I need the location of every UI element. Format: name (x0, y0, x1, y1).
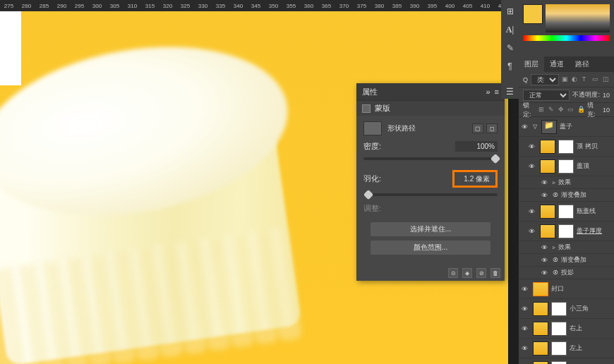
chevron-icon: ▹ (553, 244, 555, 250)
layer-item[interactable]: 👁盖子厚度 (519, 222, 614, 241)
layer-name[interactable]: 左上 (570, 344, 582, 353)
visibility-icon[interactable]: 👁 (541, 244, 550, 251)
visibility-icon[interactable]: 👁 (541, 179, 550, 186)
expand-icon[interactable]: ▽ (533, 123, 538, 130)
lock-nest-icon[interactable]: ▭ (567, 106, 575, 114)
delete-mask-icon[interactable]: 🗑 (490, 268, 500, 278)
tab-paths[interactable]: 路径 (570, 56, 595, 72)
layer-name[interactable]: 小三角 (570, 304, 589, 313)
effect-item[interactable]: 👁⦿投影 (519, 267, 614, 279)
visibility-icon[interactable]: 👁 (522, 325, 530, 332)
kind-select[interactable]: 类型 (531, 74, 559, 85)
paragraph-icon[interactable]: ¶ (505, 61, 516, 72)
kind-label: Q (523, 76, 528, 83)
visibility-icon[interactable]: 👁 (522, 305, 530, 313)
gradient-picker[interactable] (546, 4, 610, 32)
filter-type-icon[interactable]: T (582, 75, 589, 84)
apply-mask-icon[interactable]: ◈ (462, 268, 472, 278)
foreground-color[interactable] (523, 4, 543, 24)
blend-mode-select[interactable]: 正常 (523, 90, 570, 101)
mask-thumbnail[interactable] (551, 322, 567, 336)
density-slider[interactable] (363, 157, 498, 160)
layer-item[interactable]: 👁右花纹 (519, 358, 614, 364)
color-range-button[interactable]: 颜色范围... (371, 241, 490, 255)
filter-shape-icon[interactable]: ▭ (592, 75, 599, 84)
layer-item[interactable]: 👁左上 (519, 339, 614, 358)
ruler-icon[interactable]: ⊞ (505, 6, 516, 17)
layer-thumbnail[interactable] (533, 341, 548, 356)
layer-name[interactable]: 盖子 (560, 122, 572, 131)
layer-thumbnail[interactable] (533, 302, 548, 316)
visibility-icon[interactable]: 👁 (529, 143, 537, 150)
filter-pixel-icon[interactable]: ▣ (562, 75, 569, 84)
layer-group[interactable]: 👁▽📁盖子 (519, 117, 614, 137)
visibility-icon[interactable]: 👁 (529, 163, 537, 170)
mask-thumbnail[interactable] (551, 361, 567, 365)
layer-thumbnail[interactable] (533, 361, 548, 365)
layer-thumbnail[interactable] (533, 322, 548, 336)
filter-smart-icon[interactable]: ◫ (603, 75, 610, 84)
fill-value[interactable]: 10 (603, 107, 610, 114)
mask-thumbnail[interactable] (551, 302, 567, 316)
visibility-icon[interactable]: 👁 (529, 208, 537, 215)
mask-thumbnail[interactable] (558, 159, 574, 174)
lock-pixel-icon[interactable]: ✎ (548, 106, 556, 114)
filter-adjust-icon[interactable]: ◐ (572, 75, 579, 84)
effects-label[interactable]: 👁▹效果 (519, 176, 614, 189)
layer-item[interactable]: 👁顶 拷贝 (519, 137, 614, 157)
mask-thumbnail[interactable] (558, 205, 574, 219)
layer-thumbnail[interactable] (533, 282, 548, 296)
visibility-icon[interactable]: 👁 (529, 228, 537, 235)
tab-layers[interactable]: 图层 (519, 56, 544, 72)
mask-thumbnail[interactable] (558, 140, 574, 154)
lock-all-icon[interactable]: ⊞ (538, 106, 546, 114)
options-strip: ⊞ A| ✎ ¶ ☰ (501, 0, 519, 99)
mask-thumbnail[interactable] (558, 224, 574, 238)
menu-icon[interactable]: ≡ (495, 87, 499, 96)
layer-thumbnail[interactable] (540, 224, 555, 238)
load-selection-icon[interactable]: ⊙ (448, 268, 458, 278)
density-input[interactable] (455, 141, 498, 152)
effect-item[interactable]: 👁⦿渐变叠加 (519, 189, 614, 202)
visibility-icon[interactable]: 👁 (541, 269, 550, 277)
type-icon[interactable]: A| (505, 24, 516, 35)
feather-label: 羽化: (363, 174, 381, 184)
hue-strip[interactable] (523, 35, 610, 41)
opacity-value[interactable]: 10 (603, 92, 610, 99)
layer-item[interactable]: 👁封口 (519, 279, 614, 299)
visibility-icon[interactable]: 👁 (522, 345, 530, 352)
layer-item[interactable]: 👁小三角 (519, 299, 614, 319)
layer-name[interactable]: 瓶盖线 (577, 207, 596, 216)
visibility-icon[interactable]: 👁 (541, 257, 550, 264)
disable-mask-icon[interactable]: ⊘ (476, 268, 486, 278)
visibility-icon[interactable]: 👁 (541, 192, 550, 199)
mask-thumbnail[interactable] (363, 121, 382, 135)
tab-channels[interactable]: 通道 (544, 56, 570, 72)
vector-mask-button[interactable]: ◻ (486, 123, 498, 133)
collapse-icon[interactable]: » (486, 87, 490, 96)
effect-item[interactable]: 👁⦿渐变叠加 (519, 254, 614, 267)
layer-name[interactable]: 右上 (570, 324, 582, 333)
layer-thumbnail[interactable] (540, 159, 555, 174)
layer-item[interactable]: 👁右上 (519, 319, 614, 339)
visibility-icon[interactable]: 👁 (522, 286, 530, 293)
mask-thumbnail[interactable] (551, 341, 567, 356)
visibility-icon[interactable]: 👁 (522, 123, 530, 131)
adjust-icon[interactable]: ☰ (505, 86, 516, 97)
feather-slider[interactable] (363, 193, 498, 196)
layer-item[interactable]: 👁瓶盖线 (519, 202, 614, 222)
layer-name[interactable]: 封口 (551, 284, 564, 293)
feather-input[interactable] (457, 174, 493, 184)
layer-item[interactable]: 👁盖顶 (519, 157, 614, 176)
pixel-mask-button[interactable]: ▢ (472, 123, 483, 133)
effects-label[interactable]: 👁▹效果 (519, 241, 614, 254)
lock-pos-icon[interactable]: ✥ (558, 106, 566, 114)
layer-thumbnail[interactable] (540, 140, 555, 154)
layer-name[interactable]: 盖顶 (577, 162, 589, 171)
layer-name[interactable]: 顶 拷贝 (577, 142, 598, 151)
layer-name[interactable]: 盖子厚度 (577, 226, 602, 236)
lock-lock-icon[interactable]: 🔒 (577, 106, 585, 114)
brush-icon[interactable]: ✎ (505, 42, 516, 54)
layer-thumbnail[interactable] (540, 205, 555, 219)
select-and-mask-button[interactable]: 选择并遮住... (371, 222, 490, 236)
